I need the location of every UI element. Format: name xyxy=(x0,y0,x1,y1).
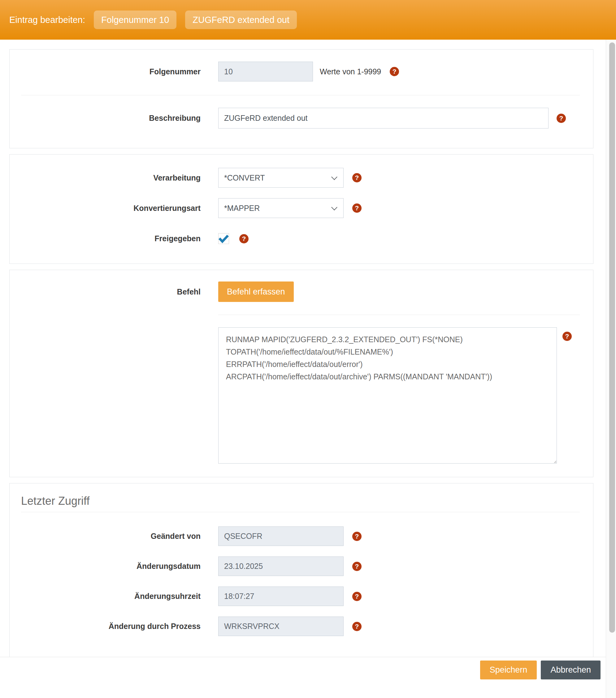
form-content: Folgenummer Werte von 1-9999 ? Beschreib… xyxy=(0,40,606,657)
row-freigegeben: Freigegeben ? xyxy=(10,233,593,244)
letzter-zugriff-heading: Letzter Zugriff xyxy=(10,484,593,512)
row-aenderungsdatum: Änderungsdatum ? xyxy=(10,557,593,576)
card-command: Befehl Befehl erfassen RUNMAP MAPID('ZUG… xyxy=(9,270,593,477)
row-verarbeitung: Verarbeitung *CONVERT ? xyxy=(10,168,593,188)
badge-description: ZUGFeRD extended out xyxy=(185,11,297,29)
geaendert-von-label: Geändert von xyxy=(10,532,201,541)
divider xyxy=(218,315,580,315)
freigegeben-label: Freigegeben xyxy=(10,234,201,243)
konvertierungsart-help-icon[interactable]: ? xyxy=(352,204,361,213)
folgenummer-input xyxy=(218,61,313,81)
geaendert-von-help-icon[interactable]: ? xyxy=(352,532,361,541)
card-identification: Folgenummer Werte von 1-9999 ? Beschreib… xyxy=(9,49,593,148)
scrollbar-track[interactable] xyxy=(606,40,616,698)
chevron-down-icon xyxy=(331,205,338,211)
command-help-icon[interactable]: ? xyxy=(562,332,572,341)
row-aenderung-prozess: Änderung durch Prozess ? xyxy=(10,617,593,636)
aenderungsuhrzeit-help-icon[interactable]: ? xyxy=(352,592,361,601)
verarbeitung-help-icon[interactable]: ? xyxy=(352,173,361,182)
verarbeitung-select[interactable]: *CONVERT xyxy=(218,168,344,188)
geaendert-von-input xyxy=(218,527,344,546)
row-konvertierungsart: Konvertierungsart *MAPPER ? xyxy=(10,198,593,218)
cancel-button[interactable]: Abbrechen xyxy=(541,660,601,680)
konvertierungsart-selected-value: *MAPPER xyxy=(224,204,260,213)
badge-folgenummer: Folgenummer 10 xyxy=(94,11,176,29)
row-befehl: Befehl Befehl erfassen xyxy=(10,281,593,302)
row-aenderungsuhrzeit: Änderungsuhrzeit ? xyxy=(10,587,593,606)
aenderungsdatum-help-icon[interactable]: ? xyxy=(352,562,361,571)
folgenummer-help-icon[interactable]: ? xyxy=(390,67,399,76)
beschreibung-help-icon[interactable]: ? xyxy=(557,114,566,123)
row-geaendert-von: Geändert von ? xyxy=(10,527,593,546)
row-beschreibung: Beschreibung ? xyxy=(10,108,593,128)
page-header: Eintrag bearbeiten: Folgenummer 10 ZUGFe… xyxy=(0,0,616,40)
divider xyxy=(21,512,580,512)
befehl-erfassen-button[interactable]: Befehl erfassen xyxy=(218,281,294,302)
row-folgenummer: Folgenummer Werte von 1-9999 ? xyxy=(10,61,593,81)
row-command-text: RUNMAP MAPID('ZUGFERD_2.3.2_EXTENDED_OUT… xyxy=(10,327,593,464)
card-processing: Verarbeitung *CONVERT ? Konvertierungsar… xyxy=(9,154,593,264)
chevron-down-icon xyxy=(331,174,338,180)
checkmark-icon xyxy=(218,234,229,244)
verarbeitung-selected-value: *CONVERT xyxy=(224,173,265,182)
divider xyxy=(21,95,580,95)
scrollbar-thumb[interactable] xyxy=(609,42,615,633)
aenderungsdatum-label: Änderungsdatum xyxy=(10,562,201,571)
folgenummer-hint: Werte von 1-9999 xyxy=(320,67,381,76)
aenderungsdatum-input xyxy=(218,557,344,576)
aenderungsuhrzeit-label: Änderungsuhrzeit xyxy=(10,592,201,601)
command-textarea[interactable]: RUNMAP MAPID('ZUGFERD_2.3.2_EXTENDED_OUT… xyxy=(218,327,557,464)
aenderung-prozess-input xyxy=(218,617,344,636)
page-title: Eintrag bearbeiten: xyxy=(9,15,85,25)
beschreibung-label: Beschreibung xyxy=(10,114,201,123)
aenderungsuhrzeit-input xyxy=(218,587,344,606)
card-letzter-zugriff: Letzter Zugriff Geändert von ? Änderungs… xyxy=(9,483,593,657)
konvertierungsart-select[interactable]: *MAPPER xyxy=(218,198,344,218)
konvertierungsart-label: Konvertierungsart xyxy=(10,204,201,213)
aenderung-prozess-help-icon[interactable]: ? xyxy=(352,622,361,631)
save-button[interactable]: Speichern xyxy=(480,660,537,680)
befehl-label: Befehl xyxy=(10,288,201,296)
freigegeben-help-icon[interactable]: ? xyxy=(239,234,248,243)
freigegeben-checkbox[interactable] xyxy=(218,233,229,244)
aenderung-prozess-label: Änderung durch Prozess xyxy=(10,622,201,631)
form-footer: Speichern Abbrechen xyxy=(0,657,616,680)
verarbeitung-label: Verarbeitung xyxy=(10,173,201,182)
folgenummer-label: Folgenummer xyxy=(10,67,201,76)
beschreibung-input[interactable] xyxy=(218,108,548,128)
